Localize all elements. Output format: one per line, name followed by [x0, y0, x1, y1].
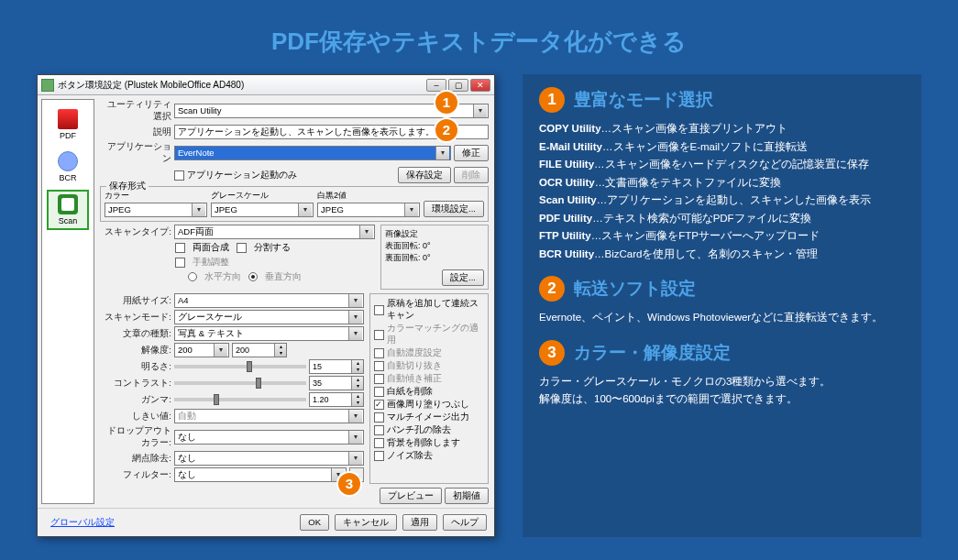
minimize-button[interactable]: – — [426, 79, 446, 92]
apply-button[interactable]: 適用 — [402, 514, 437, 531]
bcr-icon — [58, 151, 78, 171]
sidebar-item-scan[interactable]: Scan — [47, 190, 89, 230]
window-title: ボタン環境設定 (Plustek MobileOffice AD480) — [58, 79, 244, 92]
delete-button[interactable]: 削除 — [454, 167, 489, 183]
desc-label: 説明 — [100, 126, 171, 138]
utility-label: ユーティリティ選択 — [100, 99, 171, 123]
fill-checkbox[interactable] — [374, 400, 384, 410]
dropout-select[interactable]: なし — [174, 430, 364, 445]
image-setting-button[interactable]: 設定... — [442, 269, 484, 286]
auto-skew-checkbox[interactable] — [374, 374, 384, 384]
gray-format-select[interactable]: JPEG — [211, 203, 314, 217]
callout-1: 1 — [435, 92, 457, 114]
sidebar-item-pdf[interactable]: PDF — [47, 105, 89, 144]
page-title: PDF保存やテキストデータ化ができる — [0, 0, 958, 74]
section-2-title: 転送ソフト設定 — [574, 277, 696, 301]
scanmode-select[interactable]: グレースケール — [174, 310, 364, 324]
save-format-group: 保存形式 カラー JPEG グレースケール JPEG 白黒2値 JPEG — [100, 186, 489, 222]
ok-button[interactable]: OK — [300, 514, 329, 531]
sidebar-item-bcr[interactable]: BCR — [47, 148, 89, 186]
global-setting-link[interactable]: グローバル設定 — [45, 516, 115, 529]
punch-checkbox[interactable] — [374, 425, 384, 435]
resolution-spin[interactable]: 200 — [232, 343, 287, 357]
section-2-body: Evernote、ペイント、Windows Photoviewerなどに直接転送… — [539, 309, 905, 327]
imgset-title: 画像設定 — [385, 228, 484, 240]
gamma-spin[interactable]: 1.20 — [309, 392, 364, 407]
save-setting-button[interactable]: 保存設定 — [398, 167, 451, 183]
application-select[interactable]: EverNote — [174, 146, 451, 160]
contrast-slider[interactable] — [174, 381, 306, 385]
footer: グローバル設定 OK キャンセル 適用 ヘルプ — [38, 508, 494, 536]
edit-button[interactable]: 修正 — [454, 145, 489, 161]
bg-checkbox[interactable] — [374, 438, 384, 448]
blank-checkbox[interactable] — [374, 387, 384, 397]
cont-scan-checkbox[interactable] — [374, 305, 384, 315]
pdf-icon — [58, 109, 78, 129]
help-button[interactable]: ヘルプ — [443, 514, 487, 531]
close-button[interactable]: ✕ — [470, 79, 490, 92]
section-3-body: カラー・グレースケール・モノクロの3種類から選べます。 解像度は、100〜600… — [539, 373, 905, 409]
brightness-spin[interactable]: 15 — [309, 359, 364, 374]
app-only-label: アプリケーション起動のみ — [187, 169, 395, 181]
gamma-slider[interactable] — [174, 398, 306, 401]
moire-select[interactable]: なし — [174, 451, 364, 466]
section-3-num: 3 — [539, 340, 565, 366]
callout-3: 3 — [338, 473, 360, 495]
app-only-checkbox[interactable] — [174, 170, 184, 181]
scantype-label: スキャンタイプ: — [100, 226, 171, 238]
auto-dens-checkbox[interactable] — [374, 348, 384, 358]
app-icon — [41, 79, 54, 92]
titlebar: ボタン環境設定 (Plustek MobileOffice AD480) – ▢… — [38, 75, 494, 95]
threshold-select[interactable]: 自動 — [174, 409, 364, 423]
section-3-title: カラー・解像度設定 — [574, 341, 731, 365]
preview-button[interactable]: プレビュー — [380, 488, 442, 504]
contrast-spin[interactable]: 35 — [309, 376, 364, 390]
maximize-button[interactable]: ▢ — [448, 79, 468, 92]
split-checkbox[interactable] — [237, 243, 247, 253]
resolution-select[interactable]: 200 — [174, 343, 229, 357]
main-pane: 1 2 ユーティリティ選択 Scan Utility 説明 アプリケーションを起… — [98, 95, 494, 508]
scantype-select[interactable]: ADF両面 — [174, 225, 375, 239]
scan-icon — [58, 194, 78, 214]
app-label: アプリケーション — [100, 141, 171, 165]
multi-checkbox[interactable] — [374, 412, 384, 423]
merge-checkbox[interactable] — [175, 243, 185, 253]
manual-checkbox[interactable] — [175, 258, 185, 268]
cancel-button[interactable]: キャンセル — [335, 514, 397, 531]
vert-radio[interactable] — [248, 272, 258, 281]
info-panel: 1 豊富なモード選択 COPY Utility…スキャン画像を直接プリントアウト… — [523, 74, 921, 537]
section-1-num: 1 — [539, 87, 565, 113]
default-button[interactable]: 初期値 — [445, 488, 489, 504]
section-1-body: COPY Utility…スキャン画像を直接プリントアウトE-Mail Util… — [539, 120, 905, 263]
auto-crop-checkbox[interactable] — [374, 361, 384, 371]
noise-checkbox[interactable] — [374, 451, 384, 461]
horiz-radio[interactable] — [188, 272, 197, 281]
brightness-slider[interactable] — [174, 365, 306, 368]
sidebar: PDF BCR Scan — [41, 99, 94, 504]
settings-window: ボタン環境設定 (Plustek MobileOffice AD480) – ▢… — [37, 74, 495, 537]
color-match-checkbox[interactable] — [374, 330, 384, 340]
filter-select[interactable]: なし — [174, 467, 347, 482]
env-setting-button[interactable]: 環境設定... — [424, 201, 484, 217]
section-1-title: 豊富なモード選択 — [574, 88, 713, 112]
bw-label: 白黒2値 — [317, 190, 420, 202]
doctype-select[interactable]: 写真 & テキスト — [174, 326, 364, 341]
section-2-num: 2 — [539, 276, 565, 302]
bw-format-select[interactable]: JPEG — [317, 203, 420, 217]
color-format-select[interactable]: JPEG — [105, 203, 207, 217]
callout-2: 2 — [435, 119, 457, 141]
gray-label: グレースケール — [211, 190, 314, 202]
paper-select[interactable]: A4 — [174, 293, 364, 308]
